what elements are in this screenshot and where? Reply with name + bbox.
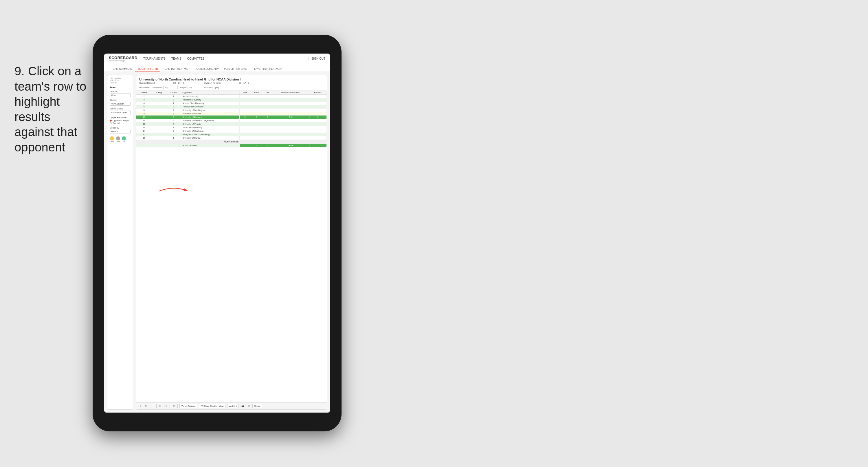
data-cell xyxy=(272,98,309,101)
table-row[interactable]: 10-5University of Alabama3002.618 xyxy=(136,116,327,119)
grid-records: Overall Record: 89 - 17 - 0 Division Rec… xyxy=(139,82,324,84)
data-cell: 3 xyxy=(166,122,181,126)
table-row[interactable]: 8-2University of Washington xyxy=(136,109,327,112)
paste-button[interactable]: 📋 xyxy=(163,405,168,408)
conference-filter-select[interactable]: (All) xyxy=(163,86,178,89)
opponent-cell: Arizona State University xyxy=(181,101,240,105)
data-cell: 1 xyxy=(166,136,181,140)
opponent-cell: University of Washington xyxy=(181,109,240,112)
col-reg: # Reg xyxy=(152,91,166,95)
grid-button[interactable]: ⊞ xyxy=(247,405,251,408)
tab-team-h2h-grid[interactable]: TEAM H2H GRID xyxy=(135,66,160,72)
redo-button[interactable]: ↻ xyxy=(144,405,148,408)
table-row[interactable]: 9-3University of Arizona xyxy=(136,112,327,116)
nav-committee[interactable]: COMMITTEE xyxy=(187,57,204,60)
data-cell xyxy=(240,101,250,105)
nav-tournaments[interactable]: TOURNAMENTS xyxy=(143,57,165,60)
tab-team-h2h-heatmap[interactable]: TEAM H2H HEATMAP xyxy=(161,66,192,72)
opponent-cell: University of Virginia xyxy=(181,122,240,126)
data-cell: 15 xyxy=(136,133,152,136)
table-row[interactable]: 15-4Georgia Institute of Technology xyxy=(136,133,327,136)
sign-out-link[interactable]: Sign out xyxy=(311,57,325,60)
table-row[interactable]: 16-1University of Florida xyxy=(136,136,327,140)
opponent-filter-select[interactable]: (All) xyxy=(214,86,228,89)
table-row[interactable]: 12-3University of Virginia xyxy=(136,122,327,126)
region-filter-select[interactable]: (All) xyxy=(188,86,202,89)
tab-team-summary[interactable]: TEAM SUMMARY xyxy=(109,66,134,72)
data-cell xyxy=(272,133,309,136)
screenshot-button[interactable]: 📷 xyxy=(241,405,245,408)
school-input[interactable] xyxy=(110,111,130,114)
ood-cell: 0 xyxy=(250,144,263,147)
data-cell xyxy=(309,126,327,129)
opponent-cell: University of Oklahoma xyxy=(181,129,240,133)
data-cell xyxy=(240,105,250,109)
ood-cell xyxy=(152,144,166,147)
data-cell: 1 xyxy=(166,101,181,105)
data-cell xyxy=(309,129,327,133)
data-cell xyxy=(250,109,263,112)
legend-dot-up xyxy=(122,136,126,140)
radio-dot-selected xyxy=(110,120,112,122)
data-cell xyxy=(272,101,309,105)
view-original-button[interactable]: View: Original xyxy=(180,404,197,408)
logo-title: SCOREBOARD xyxy=(109,56,137,60)
nav-teams[interactable]: TEAMS xyxy=(172,57,181,60)
out-of-division-row[interactable]: NCAA Division II10026.003 xyxy=(136,144,327,147)
grid-header: University of North Carolina Head-to-Hea… xyxy=(136,75,327,91)
data-cell: 2 xyxy=(166,105,181,109)
table-row[interactable]: 13-1Texas Tech University xyxy=(136,126,327,129)
data-cell: - xyxy=(152,122,166,126)
save-custom-button[interactable]: 💾 Save Custom View xyxy=(199,404,225,408)
table-row[interactable]: 4-1Arizona State University xyxy=(136,101,327,105)
watch-button[interactable]: Watch ▾ xyxy=(227,404,239,408)
table-row[interactable]: 3-2Vanderbilt University xyxy=(136,98,327,101)
back-button[interactable]: ⟵ xyxy=(150,405,155,408)
ood-cell: 26.00 xyxy=(272,144,309,147)
data-cell: - xyxy=(152,101,166,105)
opponent-cell: University of Arizona xyxy=(181,112,240,116)
division-select[interactable]: NCAA Division I xyxy=(110,102,130,106)
data-cell xyxy=(240,98,250,101)
share-button[interactable]: Share xyxy=(252,404,262,408)
left-panel: Last Updated: 27/03/2024 16:55:38 Team G… xyxy=(107,75,133,410)
legend-level: Level xyxy=(116,136,120,142)
instruction-text: 9. Click on a team's row to highlight re… xyxy=(14,64,93,155)
data-cell: 4 xyxy=(136,101,152,105)
data-cell: 12 xyxy=(136,122,152,126)
data-cell xyxy=(272,105,309,109)
data-cell xyxy=(263,98,272,101)
table-row[interactable]: 11-6University of Arkansas, Fayetteville xyxy=(136,119,327,122)
data-cell xyxy=(240,122,250,126)
table-row[interactable]: 2-1Auburn University xyxy=(136,95,327,98)
table-row[interactable]: 14-2University of Oklahoma xyxy=(136,129,327,133)
clock-button[interactable]: ⏱ xyxy=(172,405,176,408)
table-row[interactable]: 6-2Florida State University xyxy=(136,105,327,109)
colour-by-select[interactable]: Win/loss xyxy=(110,130,130,134)
tab-player-h2h-grid[interactable]: PLAYER H2H GRID xyxy=(222,66,249,72)
overall-record-label: Overall Record: xyxy=(139,82,155,84)
gender-select[interactable]: Men's xyxy=(110,93,130,97)
col-rank: # Rank xyxy=(136,91,152,95)
ood-cell xyxy=(136,144,152,147)
undo-button[interactable]: ↺ xyxy=(138,405,143,408)
data-cell xyxy=(309,95,327,98)
legend: Down Level Up xyxy=(110,136,130,142)
filter-region: Region (All) xyxy=(180,86,202,89)
nav-bar: SCOREBOARD Powered by clippd TOURNAMENTS… xyxy=(104,54,330,64)
data-cell xyxy=(309,98,327,101)
tab-player-summary[interactable]: PLAYER SUMMARY xyxy=(192,66,221,72)
radio-opponents-played[interactable]: Opponents Played xyxy=(110,120,130,122)
grid-table-wrapper: # Rank # Reg # Conf Opponent Win Loss Ti… xyxy=(136,91,327,403)
logo-area: SCOREBOARD Powered by clippd xyxy=(109,56,137,62)
data-cell xyxy=(240,119,250,122)
nav-left: SCOREBOARD Powered by clippd TOURNAMENTS… xyxy=(109,56,204,62)
opponent-cell: University of Florida xyxy=(181,136,240,140)
data-cell: - xyxy=(152,98,166,101)
copy-button[interactable]: ⎘ xyxy=(158,405,161,408)
data-cell xyxy=(240,109,250,112)
opponent-cell: University of Alabama xyxy=(181,116,240,119)
tab-player-h2h-heatmap[interactable]: PLAYER H2H HEATMAP xyxy=(250,66,284,72)
radio-top100[interactable]: Top 100 xyxy=(110,122,130,124)
logo-subtitle: Powered by clippd xyxy=(109,60,137,62)
